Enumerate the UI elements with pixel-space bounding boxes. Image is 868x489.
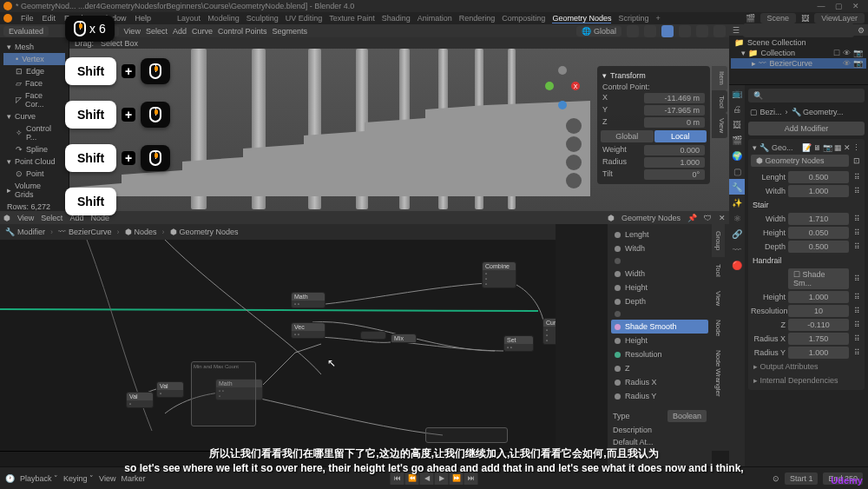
crumb-obj[interactable]: ▢ Bezi... xyxy=(750,108,782,116)
browse-icon[interactable]: ⊡ xyxy=(852,156,862,165)
n-tab-tool[interactable]: Tool xyxy=(712,90,727,114)
autokey-icon[interactable]: ⊙ xyxy=(773,474,779,483)
attr-icon[interactable]: ⠿ xyxy=(852,242,862,251)
prop-tab-modifier[interactable]: 🔧 xyxy=(729,179,745,195)
nst-node[interactable]: Node xyxy=(712,313,725,343)
zoom-icon[interactable] xyxy=(566,118,582,134)
node-tree-selector[interactable]: Geometry Nodes xyxy=(621,214,681,222)
transform-header[interactable]: ▾ Transform xyxy=(601,69,707,82)
type-dropdown[interactable]: Boolean xyxy=(667,410,707,422)
minimize-button[interactable]: — xyxy=(812,2,830,10)
tab-uv[interactable]: UV Editing xyxy=(286,14,323,23)
group-input-witdh[interactable]: Witdh xyxy=(611,241,708,255)
node-tree-field[interactable]: ⬢ Geometry Nodes xyxy=(751,155,849,167)
crumb-mod[interactable]: 🔧 Geometry... xyxy=(792,108,844,116)
transform-y[interactable]: -17.965 m xyxy=(644,105,705,116)
outliner-type-icon[interactable]: ☰ xyxy=(733,26,740,35)
crumb-geometry-nodes[interactable]: ⬢ Geometry Nodes xyxy=(170,228,239,236)
prop-tab-world[interactable]: 🌍 xyxy=(729,148,745,163)
node-select[interactable]: Select xyxy=(41,214,62,222)
proportional-icon[interactable] xyxy=(644,25,656,37)
attr-icon[interactable]: ⠿ xyxy=(852,274,862,283)
start-frame[interactable]: Start 1 xyxy=(785,472,819,485)
pan-icon[interactable] xyxy=(566,136,582,152)
tab-compositing[interactable]: Compositing xyxy=(502,14,545,23)
prop-tab-output[interactable]: 🖨 xyxy=(729,101,745,116)
mod-radiusx[interactable]: 1.750 xyxy=(788,333,849,345)
n-tab-view[interactable]: View xyxy=(712,113,727,138)
axis-z-icon[interactable] xyxy=(558,101,567,109)
properties-search[interactable] xyxy=(748,89,865,102)
mesh-control-point[interactable]: ✧ Control P... xyxy=(3,122,65,143)
vp-curve[interactable]: Curve xyxy=(192,27,213,36)
tab-geometry-nodes[interactable]: Geometry Nodes xyxy=(552,14,611,23)
prop-tab-scene[interactable]: 🎬 xyxy=(729,132,745,148)
mesh-point-cloud[interactable]: ▾ Point Cloud xyxy=(3,155,65,168)
mod-width[interactable]: 1.710 xyxy=(788,213,849,225)
group-input-z[interactable]: Z xyxy=(611,361,708,375)
group-input-width[interactable]: Width xyxy=(611,267,708,281)
mod-lenght[interactable]: 0.500 xyxy=(788,171,849,183)
node[interactable]: Set▫ ▫ xyxy=(503,335,534,352)
output-attrs-expand[interactable]: ▸ Output Attributes xyxy=(751,360,862,373)
transform-z[interactable]: 0 m xyxy=(644,117,705,128)
vp-control-points[interactable]: Control Points xyxy=(218,27,267,36)
perspective-icon[interactable] xyxy=(566,173,582,188)
mesh-face[interactable]: ▱ Face xyxy=(3,77,65,89)
crumb-bezier[interactable]: 〰 BezierCurve xyxy=(58,228,112,236)
mod-witdh[interactable]: 1.000 xyxy=(788,185,849,197)
group-input-resolution[interactable]: Resolution xyxy=(611,347,708,361)
shading-solid-icon[interactable] xyxy=(661,25,674,37)
group-input-height[interactable]: Height xyxy=(611,281,708,294)
local-toggle[interactable]: Local xyxy=(654,130,707,142)
maximize-button[interactable]: ▢ xyxy=(830,2,847,10)
menu-file[interactable]: File xyxy=(21,14,34,23)
volume-grids[interactable]: ▸ Volume Grids xyxy=(3,180,65,201)
add-modifier-button[interactable]: Add Modifier xyxy=(748,122,865,135)
tab-layout[interactable]: Layout xyxy=(177,14,201,23)
tab-animation[interactable]: Animation xyxy=(418,14,452,23)
tab-add[interactable]: + xyxy=(655,14,660,23)
timeline-type-icon[interactable]: 🕐 xyxy=(5,474,15,483)
viewlayer-selector[interactable]: ViewLayer xyxy=(814,13,865,23)
shading-render-icon[interactable] xyxy=(713,25,726,37)
camera-icon[interactable] xyxy=(566,155,582,170)
attr-icon[interactable]: ⠿ xyxy=(852,215,862,223)
mesh-curve[interactable]: ▾ Curve xyxy=(3,110,65,122)
transform-weight[interactable]: 0.000 xyxy=(644,145,705,155)
outliner-bezier[interactable]: ▸ 〰 BezierCurve 👁📷 xyxy=(731,58,866,69)
node-frame[interactable]: Min and Max Count xyxy=(191,361,256,426)
prop-tab-object[interactable]: ▢ xyxy=(729,163,745,179)
axis-y-icon[interactable] xyxy=(545,82,554,90)
outliner-collection[interactable]: ▾ 📁 Collection ☐👁📷 xyxy=(731,48,866,58)
mod-extras-icon[interactable]: ⋮ xyxy=(852,143,860,152)
tab-scripting[interactable]: Scripting xyxy=(618,14,648,23)
expand-icon[interactable]: ▾ xyxy=(753,143,757,152)
group-input-radiusy[interactable]: Radius Y xyxy=(611,389,708,403)
prop-tab-view[interactable]: 🖼 xyxy=(729,116,745,132)
group-panel-sep[interactable] xyxy=(611,255,708,267)
nst-wrangler[interactable]: Node Wrangler xyxy=(712,343,725,404)
axis-x-icon[interactable]: X xyxy=(571,82,580,90)
prop-tab-material[interactable]: 🔴 xyxy=(729,257,745,273)
filter-icon[interactable]: ⚙ xyxy=(858,26,865,35)
mod-cage-icon[interactable]: ▦ xyxy=(834,143,842,152)
render-icon[interactable]: 📷 xyxy=(853,49,863,57)
group-input-lenght[interactable]: Lenght xyxy=(611,228,708,241)
vp-add[interactable]: Add xyxy=(173,27,187,36)
prop-tab-particles[interactable]: ✨ xyxy=(729,195,745,210)
group-input-radiusx[interactable]: Radius X xyxy=(611,375,708,389)
shading-material-icon[interactable] xyxy=(696,25,708,37)
node-frame[interactable] xyxy=(425,427,508,443)
group-input-depth[interactable]: Depth xyxy=(611,294,708,308)
tab-texture[interactable]: Texture Paint xyxy=(329,14,375,23)
tab-sculpting[interactable]: Sculpting xyxy=(247,14,279,23)
mesh-spline[interactable]: ↷ Spline xyxy=(3,143,65,155)
mod-resolution[interactable]: 10 xyxy=(788,305,849,317)
mesh-point[interactable]: ⊙ Point xyxy=(3,168,65,180)
attr-icon[interactable]: ⠿ xyxy=(852,307,862,315)
mod-depth[interactable]: 0.500 xyxy=(788,241,849,253)
transform-radius[interactable]: 1.000 xyxy=(644,157,705,168)
node[interactable]: Curve▫▫▫ xyxy=(542,318,556,345)
mod-realtime-icon[interactable]: 🖥 xyxy=(813,143,821,152)
